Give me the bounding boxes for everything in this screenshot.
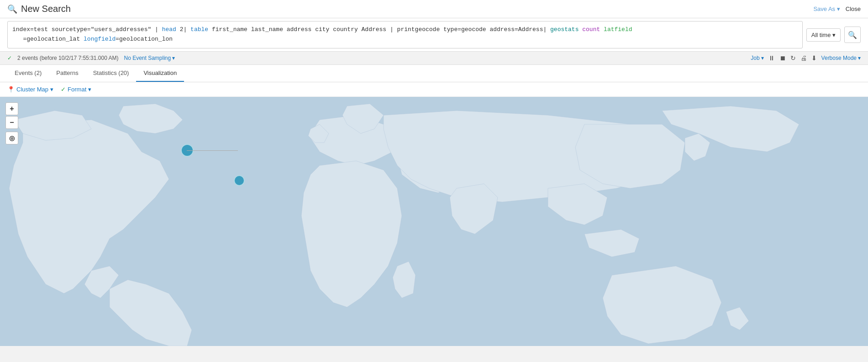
tab-statistics-label: Statistics (20) [93, 69, 129, 76]
search-right-controls: All time ▾ 🔍 [806, 21, 861, 48]
search-query-text: index=test sourcetype="users_addresses" … [12, 25, 798, 44]
search-button[interactable]: 🔍 [844, 27, 861, 43]
search-input[interactable]: index=test sourcetype="users_addresses" … [7, 21, 803, 48]
query-part-4: =geolocation_lat [12, 36, 84, 43]
tab-statistics[interactable]: Statistics (20) [86, 65, 137, 82]
header-actions: Save As ▾ Close [813, 5, 861, 12]
format-button[interactable]: ✓ Format ▾ [61, 86, 91, 93]
query-count-keyword: count [582, 26, 600, 33]
save-as-arrow-icon: ▾ [837, 5, 840, 12]
job-arrow-icon: ▾ [761, 55, 764, 61]
zoom-in-icon: + [10, 105, 14, 113]
tabs-bar: Events (2) Patterns Statistics (20) Visu… [0, 65, 868, 82]
map-controls: + − ◎ [5, 102, 18, 144]
cluster-map-arrow-icon: ▾ [50, 86, 53, 93]
app-header: 🔍 New Search Save As ▾ Close [0, 0, 868, 18]
verbose-arrow-icon: ▾ [858, 55, 861, 61]
download-button[interactable]: ⬇ [811, 54, 817, 62]
tab-events-label: Events (2) [15, 69, 42, 76]
cluster-map-pin-icon: 📍 [7, 86, 15, 93]
verbose-label: Verbose Mode [821, 55, 857, 61]
cluster-connector-line [187, 150, 238, 151]
query-part-1: index=test sourcetype="users_addresses" … [12, 26, 162, 33]
viz-toolbar: 📍 Cluster Map ▾ ✓ Format ▾ [0, 82, 868, 97]
time-picker[interactable]: All time ▾ [806, 28, 841, 42]
tab-visualization-label: Visualization [143, 69, 177, 76]
job-label: Job [751, 55, 759, 61]
status-left: ✓ 2 events (before 10/2/17 7:55:31.000 A… [7, 55, 175, 61]
pause-button[interactable]: ⏸ [768, 54, 775, 62]
format-label: Format [68, 86, 86, 93]
zoom-out-button[interactable]: − [5, 116, 18, 129]
print-button[interactable]: 🖨 [800, 54, 807, 62]
status-check-icon: ✓ [7, 55, 12, 61]
search-button-icon: 🔍 [848, 31, 857, 39]
status-events-text: 2 events (before 10/2/17 7:55:31.000 AM) [17, 55, 118, 61]
query-longfield-keyword: longfield [84, 36, 116, 43]
save-as-button[interactable]: Save As ▾ [813, 5, 840, 12]
query-table-keyword: table [190, 26, 208, 33]
status-right: Job ▾ ⏸ ⏹ ↻ 🖨 ⬇ Verbose Mode ▾ [751, 54, 861, 62]
time-picker-arrow-icon: ▾ [832, 32, 836, 38]
tab-events[interactable]: Events (2) [7, 65, 49, 82]
forward-button[interactable]: ↻ [790, 54, 796, 62]
recenter-button[interactable]: ◎ [5, 132, 18, 144]
visualization-container: 📍 Cluster Map ▾ ✓ Format ▾ [0, 82, 868, 346]
page-title: 🔍 New Search [7, 4, 71, 14]
status-bar: ✓ 2 events (before 10/2/17 7:55:31.000 A… [0, 52, 868, 65]
query-part-2: 2| [176, 26, 190, 33]
sampling-arrow-icon: ▾ [172, 55, 175, 61]
save-as-label: Save As [813, 5, 835, 12]
tab-patterns-label: Patterns [56, 69, 78, 76]
close-button[interactable]: Close [846, 5, 861, 12]
cluster-map-button[interactable]: 📍 Cluster Map ▾ [7, 86, 53, 93]
zoom-out-icon: − [10, 118, 14, 127]
cluster-map-label: Cluster Map [16, 86, 48, 93]
format-check-icon: ✓ [61, 86, 66, 93]
query-head-keyword: head [162, 26, 176, 33]
query-geostats-keyword: geostats [550, 26, 579, 33]
map-area[interactable]: + − ◎ [0, 97, 868, 346]
tab-visualization[interactable]: Visualization [136, 65, 184, 82]
search-bar-container: index=test sourcetype="users_addresses" … [0, 18, 868, 52]
tab-patterns[interactable]: Patterns [49, 65, 85, 82]
title-text: New Search [21, 4, 71, 14]
format-arrow-icon: ▾ [88, 86, 91, 93]
query-part-5: =geolocation_lon [116, 36, 173, 43]
query-latfield-keyword: latfield [604, 26, 632, 33]
zoom-in-button[interactable]: + [5, 102, 18, 115]
no-event-sampling-button[interactable]: No Event Sampling ▾ [124, 55, 175, 61]
query-part-3: first_name last_name address city countr… [208, 26, 550, 33]
job-button[interactable]: Job ▾ [751, 55, 763, 61]
sampling-label: No Event Sampling [124, 55, 171, 61]
verbose-mode-button[interactable]: Verbose Mode ▾ [821, 55, 861, 61]
world-map-svg [0, 97, 868, 346]
target-icon: ◎ [9, 134, 15, 142]
cluster-dot-2[interactable] [234, 175, 245, 186]
search-icon: 🔍 [7, 4, 17, 14]
time-picker-label: All time [811, 32, 831, 38]
stop-button[interactable]: ⏹ [779, 54, 786, 62]
query-space-2 [600, 26, 604, 33]
